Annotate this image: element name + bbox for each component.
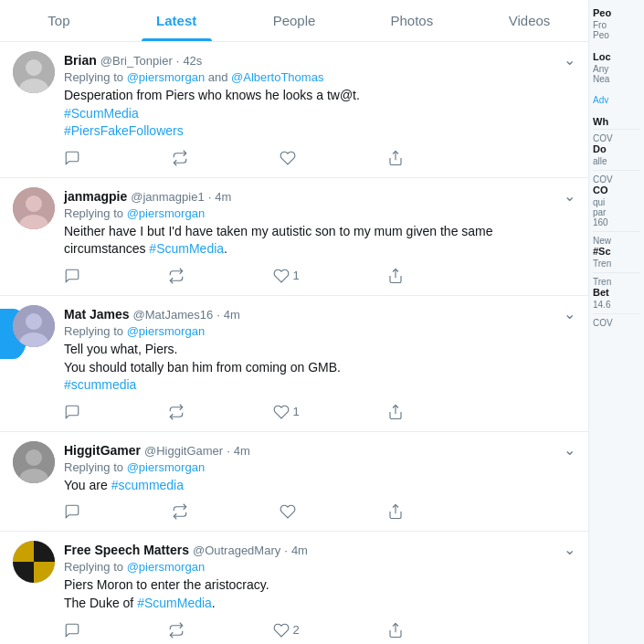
trending-2-label: New bbox=[593, 236, 640, 246]
chevron-higgit[interactable]: ⌄ bbox=[564, 441, 575, 459]
tweet-4-header: HiggitGamer @HiggitGamer · 4m ⌄ bbox=[64, 441, 575, 459]
sidebar-people-sub: Peo bbox=[593, 30, 640, 40]
share-btn-5[interactable] bbox=[387, 620, 411, 640]
sidebar-advanced-link[interactable]: Adv bbox=[593, 95, 640, 105]
trending-2-sub: Tren bbox=[593, 259, 640, 269]
retweet-btn-4[interactable] bbox=[172, 501, 195, 522]
sidebar-people-section: Peo Fro Peo bbox=[593, 7, 640, 40]
tweet-text-higgit: You are #scummedia bbox=[64, 477, 575, 495]
time-brian: · bbox=[176, 54, 180, 68]
share-btn-4[interactable] bbox=[387, 501, 411, 522]
reply-btn-3[interactable] bbox=[64, 402, 88, 422]
mention-piersmorgan-1[interactable]: @piersmorgan bbox=[127, 70, 205, 84]
chevron-mat[interactable]: ⌄ bbox=[564, 305, 575, 322]
share-btn-3[interactable] bbox=[387, 402, 411, 422]
tweet-5-content: Free Speech Matters @OutragedMary · 4m ⌄… bbox=[64, 541, 575, 639]
mention-piersmorgan-4[interactable]: @piersmorgan bbox=[127, 460, 205, 474]
right-sidebar: Peo Fro Peo Loc Any Nea Adv Wh COV Do al… bbox=[589, 0, 644, 644]
svg-point-13 bbox=[26, 449, 42, 466]
trending-0-headline: Do bbox=[593, 143, 640, 154]
tweet-4-user: HiggitGamer @HiggitGamer · 4m bbox=[64, 443, 250, 458]
share-btn-1[interactable] bbox=[387, 148, 411, 168]
trending-1-extra: par bbox=[593, 207, 640, 217]
trending-1-sub: qui bbox=[593, 197, 640, 207]
reply-btn-1[interactable] bbox=[64, 148, 88, 168]
tab-people[interactable]: People bbox=[236, 0, 354, 41]
retweet-btn-3[interactable] bbox=[168, 402, 192, 422]
avatar-mat bbox=[13, 305, 55, 347]
tab-top[interactable]: Top bbox=[0, 0, 118, 41]
chevron-jan[interactable]: ⌄ bbox=[564, 187, 575, 205]
retweet-btn-5[interactable] bbox=[168, 620, 192, 640]
mention-alberto[interactable]: @AlbertoThomas bbox=[231, 70, 323, 84]
like-count-2: 1 bbox=[293, 269, 300, 282]
mention-piersmorgan-2[interactable]: @piersmorgan bbox=[127, 206, 205, 220]
svg-rect-17 bbox=[13, 541, 34, 562]
sidebar-advanced-section: Adv bbox=[593, 95, 640, 105]
tweets-list: Brian @Bri_Tonpier · 42s ⌄ Replying to @… bbox=[0, 42, 588, 644]
like-btn-2[interactable]: 1 bbox=[273, 266, 307, 286]
tweet-text-brian: Desperation from Piers who knows he look… bbox=[64, 87, 575, 141]
replying-jan: Replying to @piersmorgan bbox=[64, 206, 575, 220]
tweet-2-content: janmagpie @janmagpie1 · 4m ⌄ Replying to… bbox=[64, 187, 575, 286]
trending-3-label: Tren bbox=[593, 277, 640, 287]
username-mat: @MatJames16 bbox=[133, 308, 214, 322]
tab-photos[interactable]: Photos bbox=[353, 0, 470, 41]
like-btn-4[interactable] bbox=[280, 501, 303, 522]
hashtag-scummedia-4[interactable]: #scummedia bbox=[111, 478, 184, 492]
sidebar-from-label: Fro bbox=[593, 20, 640, 30]
reply-btn-5[interactable] bbox=[64, 620, 88, 640]
display-name-higgit: HiggitGamer bbox=[64, 443, 141, 458]
tab-latest[interactable]: Latest bbox=[118, 0, 236, 41]
tweet-1: Brian @Bri_Tonpier · 42s ⌄ Replying to @… bbox=[0, 42, 588, 178]
svg-point-1 bbox=[26, 59, 42, 76]
reply-btn-4[interactable] bbox=[64, 501, 88, 522]
tweet-5-user: Free Speech Matters @OutragedMary · 4m bbox=[64, 543, 308, 557]
tweet-text-free: Piers Moron to enter the aristocracy. Th… bbox=[64, 576, 575, 612]
tab-videos[interactable]: Videos bbox=[470, 0, 588, 41]
like-btn-5[interactable]: 2 bbox=[273, 620, 307, 640]
time-free: 4m bbox=[291, 544, 308, 557]
chevron-brian[interactable]: ⌄ bbox=[564, 51, 575, 69]
tweet-4-actions bbox=[64, 501, 411, 522]
tweet-2-actions: 1 bbox=[64, 266, 411, 286]
trending-item-4: COV bbox=[593, 313, 640, 332]
share-btn-2[interactable] bbox=[387, 266, 411, 286]
replying-higgit: Replying to @piersmorgan bbox=[64, 460, 575, 474]
avatar-free bbox=[13, 541, 55, 583]
sidebar-people-label: Peo bbox=[593, 7, 640, 18]
retweet-btn-2[interactable] bbox=[168, 266, 192, 286]
chevron-free[interactable]: ⌄ bbox=[564, 541, 575, 558]
time-val-brian: 42s bbox=[183, 54, 202, 68]
tweet-5-header: Free Speech Matters @OutragedMary · 4m ⌄ bbox=[64, 541, 575, 558]
hashtag-scummedia-1[interactable]: #ScumMedia bbox=[64, 106, 139, 121]
trending-item-0: COV Do alle bbox=[593, 129, 640, 170]
trending-item-3: Tren Bet 14.6 bbox=[593, 272, 640, 313]
time-mat: 4m bbox=[224, 308, 240, 322]
like-btn-3[interactable]: 1 bbox=[273, 402, 307, 422]
trending-1-headline: CO bbox=[593, 185, 640, 195]
sidebar-location-section: Loc Any Nea bbox=[593, 51, 640, 84]
hashtag-scummedia-5[interactable]: #ScumMedia bbox=[137, 596, 212, 610]
tweet-text-jan: Neither have I but I'd have taken my aut… bbox=[64, 223, 575, 259]
sidebar-wh-label: Wh bbox=[593, 116, 640, 127]
time-sep-higgit: · bbox=[227, 444, 230, 458]
hashtag-scummedia-2[interactable]: #ScumMedia bbox=[149, 241, 224, 256]
tweet-3-actions: 1 bbox=[64, 402, 411, 422]
hashtag-scummedia-3[interactable]: #scummedia bbox=[64, 377, 136, 392]
main-column: Top Latest People Photos Videos Brian @B… bbox=[0, 0, 589, 644]
trending-item-2: New #Sc Tren bbox=[593, 231, 640, 272]
svg-point-5 bbox=[26, 195, 42, 212]
tweet-4: HiggitGamer @HiggitGamer · 4m ⌄ Replying… bbox=[0, 432, 588, 533]
tweet-3: Mat James @MatJames16 · 4m ⌄ Replying to… bbox=[0, 296, 588, 432]
retweet-btn-1[interactable] bbox=[172, 148, 195, 168]
tweet-5-actions: 2 bbox=[64, 620, 411, 640]
like-btn-1[interactable] bbox=[280, 148, 303, 168]
mention-piersmorgan-3[interactable]: @piersmorgan bbox=[127, 324, 205, 338]
mention-piersmorgan-5[interactable]: @piersmorgan bbox=[127, 560, 205, 574]
hashtag-piersfake[interactable]: #PiersFakeFollowers bbox=[64, 123, 184, 138]
trending-1-label: COV bbox=[593, 174, 640, 185]
trending-2-headline: #Sc bbox=[593, 246, 640, 257]
tweet-1-actions bbox=[64, 148, 411, 168]
reply-btn-2[interactable] bbox=[64, 266, 88, 286]
